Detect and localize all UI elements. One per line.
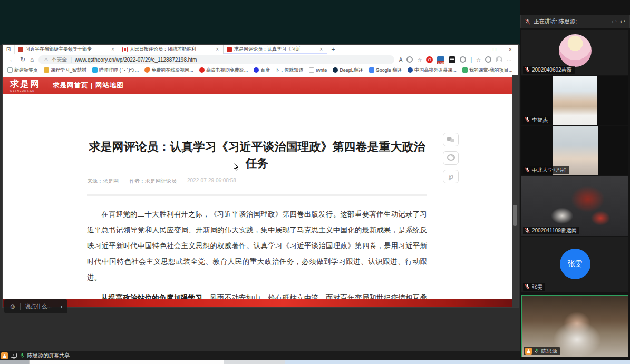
bookmark-label: Google 翻译 [376,67,402,74]
bookmark-item[interactable]: DeepL翻译 [333,67,363,74]
wechat-share-button[interactable] [443,133,459,146]
tab3-favicon [227,47,232,52]
chat-divider [56,303,56,310]
participant-person-icon[interactable] [1,352,8,359]
participant-name-badge: 中北大学+冯祥 [523,166,569,174]
tab-close-icon[interactable]: × [318,46,324,52]
participant-tile-huoyuanwen[interactable]: 2002041109霍远闻 [521,176,628,236]
mic-muted-icon [525,228,530,233]
extension-badge: 1.00 [437,61,444,64]
site-header: 求是网 QSTHEORY.CN 求是网首页 | 网站地图 [3,77,512,94]
bookmark-item[interactable]: iwrite [309,67,327,73]
extension-ring-icon[interactable] [460,56,466,63]
tab-actions-icon[interactable]: ⊡ [3,46,14,52]
mic-active-icon [534,348,539,354]
browser-tab-2[interactable]: 人民日报评论员：团结才能胜利 × [119,45,223,54]
site-nav-links[interactable]: 求是网首页 | 网站地图 [53,81,124,90]
page-scrollbar-thumb[interactable] [513,205,517,226]
browser-window: ⊡ 习近平在省部级主要领导干部专 × 人民日报评论员：团结才能胜利 × 求是网评… [3,45,518,307]
article-body: 在喜迎党的二十大胜利召开之际，《习近平谈治国理政》第四卷出版发行。这部重要著作生… [87,206,427,307]
bookmark-label: 高清电视剧免费影... [206,67,248,74]
participant-name: 2002041109霍远闻 [532,227,577,234]
article-author: 作者：求是网评论员 [129,178,177,185]
article-title: 求是网评论员：认真学习《习近平谈治国理政》第四卷是重大政治任务 [87,139,427,171]
tab-close-icon[interactable]: × [110,46,115,52]
new-tab-button[interactable]: + [327,46,339,53]
bookmark-item[interactable]: 百度一下，你就知道 [254,67,303,74]
bookmark-item[interactable]: 课程学习_智慧树 [44,67,86,74]
maximize-button[interactable]: □ [487,45,502,54]
favorites-bar-icon[interactable]: ☆ [476,57,481,63]
read-aloud-icon[interactable]: A [399,57,403,63]
participant-tile-chensiyuan[interactable]: 陈思源 [521,295,628,357]
more-menu-icon[interactable]: ⋯ [507,57,512,63]
shared-desktop-background [0,0,520,45]
mic-on-icon[interactable] [20,353,25,359]
undo-arrow-icon[interactable]: ↩ [612,18,617,25]
person-icon [2,353,7,358]
tab-close-icon[interactable]: × [215,46,220,52]
refresh-icon[interactable]: ↻ [20,56,25,63]
bookmark-item[interactable]: 哔哩哔哩 ( ´- ´)つ... [92,67,139,74]
browser-tab-1[interactable]: 习近平在省部级主要领导干部专 × [14,45,119,54]
screen-share-icon[interactable] [11,353,17,359]
url-text: www.qstheory.cn/wp/2022-07/29/c_11288721… [75,57,197,63]
bookmark-label: 我的课堂-我的项目... [469,67,513,74]
back-icon[interactable]: ← [9,56,15,63]
participant-tile-miaowei[interactable]: 2002040602苗薇 [521,30,628,75]
bookmark-item[interactable]: 新建标签页 [7,67,38,74]
taskbar-segment [0,360,29,364]
active-speaker-bar: 正在讲话: 陈思源; ↩ ↩ [520,15,630,28]
tab2-favicon [122,47,128,52]
close-button[interactable]: × [502,45,518,54]
collections-icon[interactable] [485,56,491,63]
participant-name-badge: 2002040602苗薇 [523,66,575,74]
qzone-share-button[interactable]: ℘ [443,170,459,183]
bookmark-item[interactable]: 我的课堂-我的项目... [462,67,513,74]
social-share-column: ℘ [443,133,459,183]
address-bar[interactable]: ⚠ 不安全 | www.qstheory.cn/wp/2022-07/29/c_… [38,55,394,64]
speaking-mic-icon [525,19,530,25]
bookmark-label: 百度一下，你就知道 [260,67,303,74]
undo-arrow-icon[interactable]: ↩ [620,18,625,25]
bookmark-item[interactable]: 免费的在线影视网... [144,67,193,74]
tab-title: 习近平在省部级主要领导干部专 [25,46,108,53]
participant-name-badge: 2002041109霍远闻 [523,227,579,234]
minimize-button[interactable]: – [471,45,487,54]
participant-name: 2002040602苗薇 [532,66,572,73]
meeting-screen-share-window: ⊡ 习近平在省部级主要领导干部专 × 人民日报评论员：团结才能胜利 × 求是网评… [0,0,630,364]
page-viewport: 求是网 QSTHEORY.CN 求是网首页 | 网站地图 求是网评论员：认真学习… [3,75,518,307]
bookmark-favicon [333,67,338,73]
favorite-star-icon[interactable]: ☆ [417,57,422,63]
extension-red-icon[interactable]: O [426,56,433,63]
site-logo[interactable]: 求是网 QSTHEORY.CN [10,80,40,92]
emoji-icon[interactable]: ☺ [9,302,16,310]
extension-flag-icon[interactable]: 1.00 [437,56,444,63]
browser-tab-3-active[interactable]: 求是网评论员：认真学习《习近 × [223,45,327,54]
bookmark-item[interactable]: 高清电视剧免费影... [199,67,248,74]
participant-tile-lizhijie[interactable]: 李智杰 [521,76,628,125]
web-capture-icon[interactable] [406,56,413,63]
participant-tile-fengxiang[interactable]: 中北大学+冯祥 [521,126,628,175]
chat-divider [20,303,21,310]
taskbar-window-preview [29,360,224,364]
bookmark-item[interactable]: 中国高校外语慕课... [408,67,457,74]
weibo-share-button[interactable] [443,151,459,165]
home-icon[interactable]: ⌂ [30,56,34,63]
participant-tile-zhangwen[interactable]: 张雯 张雯 [521,237,628,292]
bookmark-item[interactable]: Google 翻译 [369,67,402,74]
window-controls: – □ × [471,45,518,54]
article-divider [87,194,427,196]
participant-name-badge: 李智杰 [523,116,550,124]
profile-avatar[interactable] [496,56,502,63]
bookmark-favicon [92,67,98,73]
speaking-label: 正在讲话: 陈思源; [534,18,577,25]
windows-taskbar[interactable] [0,360,630,364]
share-status-label: 陈思源的屏幕共享 [27,352,70,359]
chat-input[interactable]: 说点什么... [25,303,52,310]
collapse-chevron-icon[interactable]: ‹ [61,303,63,310]
tab-title: 人民日报评论员：团结才能胜利 [130,46,212,53]
bookmark-label: DeepL翻译 [340,67,363,74]
page-scrollbar-track[interactable] [512,75,518,307]
extension-dark-icon[interactable] [449,56,455,63]
